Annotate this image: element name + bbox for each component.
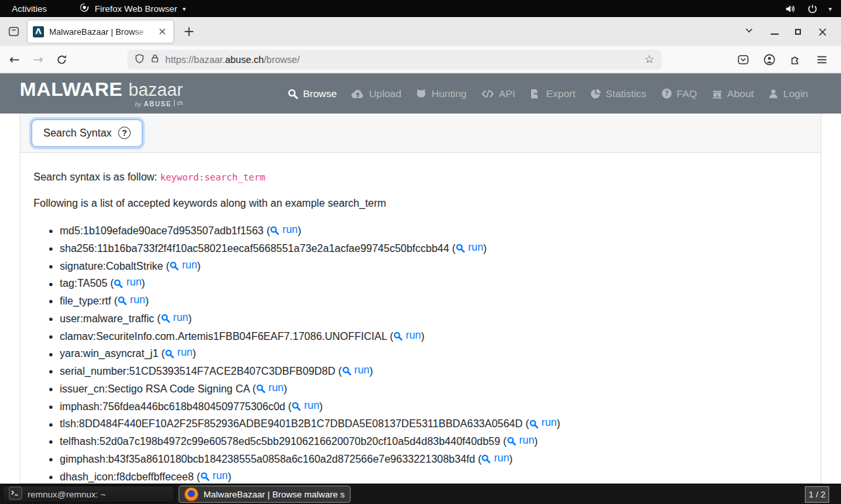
search-syntax-button-label: Search Syntax xyxy=(43,127,112,139)
firefox-icon xyxy=(79,3,89,14)
search-icon xyxy=(291,402,301,411)
search-term: imphash:756fdea446bc618b4804509775306c0d xyxy=(60,401,285,412)
run-label: run xyxy=(182,257,197,274)
search-icon xyxy=(529,419,538,429)
paren-open: ( xyxy=(387,331,393,342)
forward-button[interactable]: → xyxy=(33,53,43,66)
syntax-list-item: imphash:756fdea446bc618b4804509775306c0d… xyxy=(60,398,808,415)
search-icon xyxy=(342,366,351,375)
syntax-list-item: user:malware_traffic (run) xyxy=(60,310,808,327)
activities-button[interactable]: Activities xyxy=(9,4,49,14)
run-link[interactable]: run xyxy=(481,450,509,467)
paren-close: ) xyxy=(188,313,192,324)
syntax-list-item: file_type:rtf (run) xyxy=(60,292,808,310)
run-link[interactable]: run xyxy=(291,398,319,414)
nav-about[interactable]: About xyxy=(712,88,754,100)
run-link[interactable]: run xyxy=(270,222,297,238)
search-icon xyxy=(114,279,123,288)
window-restore-button[interactable] xyxy=(795,29,801,35)
search-term: telfhash:52d0a7c198b4972c99e60578ed5c5bb… xyxy=(60,436,500,447)
site-logo[interactable]: MALWARE bazaar by ABUSE ch xyxy=(20,79,183,108)
run-label: run xyxy=(173,310,188,326)
run-link[interactable]: run xyxy=(169,257,197,274)
reload-icon[interactable] xyxy=(56,54,67,65)
search-icon xyxy=(165,349,174,358)
taskbar: remnux@remnux: ~ MalwareBazaar | Browse … xyxy=(0,484,841,504)
monument-icon xyxy=(712,89,723,99)
firefox-icon xyxy=(184,488,198,501)
run-link[interactable]: run xyxy=(456,240,483,256)
nav-login[interactable]: Login xyxy=(768,88,808,100)
app-menu-button[interactable]: Firefox Web Browser ▾ xyxy=(79,3,186,14)
tab-list-chevron-icon[interactable] xyxy=(744,25,754,38)
window-minimize-button[interactable] xyxy=(771,33,779,35)
run-link[interactable]: run xyxy=(393,327,421,344)
run-link[interactable]: run xyxy=(342,362,370,379)
nav-export[interactable]: Export xyxy=(530,88,576,100)
search-icon xyxy=(393,331,402,341)
search-icon xyxy=(456,243,465,253)
pie-chart-icon xyxy=(590,88,601,99)
run-link[interactable]: run xyxy=(161,310,188,326)
cat-icon xyxy=(416,88,427,99)
run-label: run xyxy=(282,222,297,238)
search-syntax-button[interactable]: Search Syntax ? xyxy=(32,119,142,147)
window-close-button[interactable]: × xyxy=(817,26,828,38)
nav-statistics[interactable]: Statistics xyxy=(590,88,647,100)
search-icon xyxy=(118,296,127,305)
paren-close: ) xyxy=(319,401,322,412)
system-menu-caret-icon[interactable]: ▾ xyxy=(829,5,832,12)
lock-icon[interactable] xyxy=(150,54,160,65)
run-link[interactable]: run xyxy=(165,345,192,361)
run-link[interactable]: run xyxy=(114,274,141,291)
nav-upload[interactable]: Upload xyxy=(351,88,401,100)
search-icon xyxy=(507,436,516,446)
paren-close: ) xyxy=(284,383,287,394)
file-export-icon xyxy=(530,89,542,99)
run-link[interactable]: run xyxy=(200,468,228,484)
run-label: run xyxy=(126,274,141,291)
browser-tab[interactable]: Λ MalwareBazaar | Browse × xyxy=(28,20,173,43)
paren-open: ( xyxy=(158,348,165,360)
nav-api[interactable]: API xyxy=(481,88,515,100)
run-link[interactable]: run xyxy=(256,380,284,396)
back-button[interactable]: ← xyxy=(9,53,20,66)
workspace-indicator[interactable]: 1 / 2 xyxy=(805,486,829,503)
firefox-view-icon[interactable] xyxy=(8,26,20,37)
paren-close: ) xyxy=(509,453,513,465)
volume-icon[interactable] xyxy=(785,4,796,14)
taskbar-terminal-window-button[interactable]: remnux@remnux: ~ xyxy=(3,486,175,503)
paren-close: ) xyxy=(192,348,196,360)
tab-close-icon[interactable]: × xyxy=(157,26,168,37)
paren-open: ( xyxy=(523,419,529,430)
search-icon xyxy=(256,384,265,393)
search-term: yara:win_asyncrat_j1 xyxy=(60,348,158,360)
run-link[interactable]: run xyxy=(529,415,557,431)
nav-faq[interactable]: ? FAQ xyxy=(661,88,697,100)
taskbar-firefox-window-button[interactable]: MalwareBazaar | Browse malware s... xyxy=(179,486,351,503)
pocket-icon[interactable] xyxy=(737,54,749,66)
power-icon[interactable] xyxy=(808,4,817,14)
bookmark-star-icon[interactable]: ☆ xyxy=(645,54,655,65)
extensions-puzzle-icon[interactable] xyxy=(790,54,802,66)
syntax-list-item: clamav:SecuriteInfo.com.Artemis1FBB04F6E… xyxy=(60,327,808,345)
run-link[interactable]: run xyxy=(118,292,145,308)
caret-down-icon: ▾ xyxy=(183,5,186,12)
search-term: dhash_icon:f8dcbeffbffecee8 xyxy=(60,471,194,482)
run-link[interactable]: run xyxy=(507,432,534,449)
paren-close: ) xyxy=(421,331,424,342)
page-content: Search Syntax ? Search syntax is as foll… xyxy=(0,114,841,484)
search-term: signature:CobaltStrike xyxy=(60,261,163,272)
paren-close: ) xyxy=(297,225,301,236)
nav-browse[interactable]: Browse xyxy=(288,88,337,100)
paren-open: ( xyxy=(194,471,200,482)
syntax-code: keyword:search_term xyxy=(160,172,265,182)
url-bar[interactable]: https://bazaar.abuse.ch/browse/ ☆ xyxy=(127,50,662,70)
nav-hunting[interactable]: Hunting xyxy=(416,88,466,100)
shield-icon[interactable] xyxy=(135,54,144,66)
hamburger-menu-icon[interactable] xyxy=(816,54,828,66)
account-icon[interactable] xyxy=(764,54,775,66)
syntax-list-item: telfhash:52d0a7c198b4972c99e60578ed5c5bb… xyxy=(60,432,808,450)
tab-title: MalwareBazaar | Browse xyxy=(49,27,152,37)
new-tab-button[interactable]: + xyxy=(183,25,195,39)
